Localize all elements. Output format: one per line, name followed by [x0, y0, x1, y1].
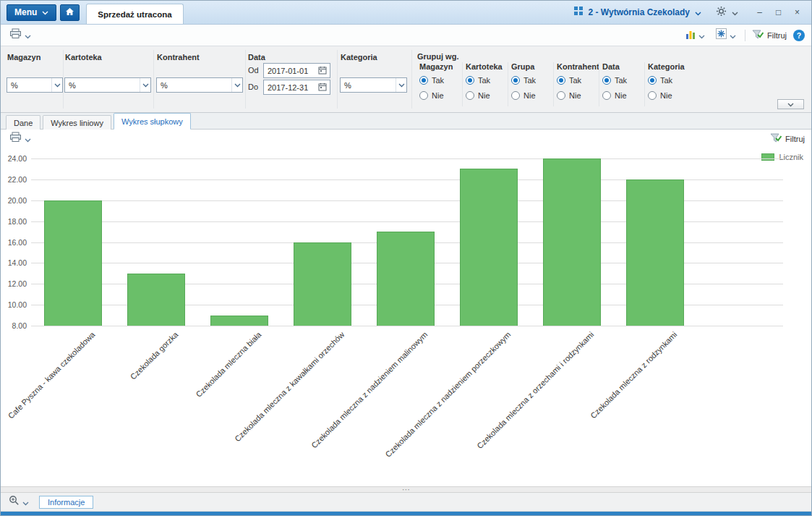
y-axis-tick-label: 16.00 — [1, 238, 27, 247]
kategoria-label: Kategoria — [341, 53, 377, 62]
kontrahent-select-value: % — [161, 81, 231, 90]
chevron-down-icon — [698, 29, 705, 42]
calendar-icon[interactable] — [318, 83, 327, 93]
bar — [127, 274, 185, 326]
gridline — [31, 326, 783, 326]
tab-wykres-liniowy[interactable]: Wykres liniowy — [43, 115, 111, 130]
radio-grupa-nie[interactable]: Nie — [511, 91, 553, 100]
date-to-label: Do — [248, 83, 258, 91]
radio-grupa-tak[interactable]: Tak — [511, 76, 553, 85]
chevron-down-icon — [51, 78, 62, 92]
filter-icon — [770, 133, 782, 145]
magazyn-label: Magazyn — [7, 53, 40, 62]
radio-label: Nie — [615, 91, 627, 100]
groupby-kartoteka-label: Kartoteka — [466, 62, 508, 71]
toolbar-divider — [745, 30, 745, 41]
radio-kategoria-tak[interactable]: Tak — [648, 76, 690, 85]
radio-magazyn-tak[interactable]: Tak — [419, 76, 462, 85]
chevron-down-icon — [42, 7, 48, 17]
radio-dot — [557, 91, 565, 100]
bar-chart: Licznik 24.0022.0020.0018.0016.0014.0012… — [1, 148, 811, 486]
chart-settings-button[interactable] — [714, 27, 738, 43]
chevron-down-icon[interactable] — [732, 6, 738, 19]
radio-label: Nie — [432, 91, 444, 100]
kategoria-select[interactable]: % — [340, 77, 407, 93]
status-strip — [1, 512, 811, 516]
date-to-input[interactable]: 2017-12-31 — [263, 80, 330, 95]
x-axis-category-label: Czekolada mleczna z rodzynkami — [509, 330, 679, 486]
radio-kategoria-nie[interactable]: Nie — [648, 91, 690, 100]
y-axis-tick-label: 10.00 — [1, 300, 27, 309]
y-axis-tick-label: 24.00 — [1, 154, 27, 163]
groupby-columns: MagazynTakNieKartotekaTakNieGrupaTakNieK… — [416, 62, 690, 106]
help-icon: ? — [797, 31, 801, 40]
radio-kontrahent-nie[interactable]: Nie — [557, 91, 599, 100]
kartoteka-select[interactable]: % — [64, 77, 151, 93]
main-tab-label: Sprzedaż utracona — [98, 10, 171, 19]
menu-button[interactable]: Menu — [7, 4, 56, 21]
radio-data-tak[interactable]: Tak — [602, 76, 644, 85]
radio-label: Tak — [660, 76, 672, 85]
chevron-down-icon — [25, 132, 31, 145]
magazyn-select[interactable]: % — [7, 77, 63, 93]
chart-legend: Licznik — [761, 153, 803, 161]
chart-filter-button[interactable]: Filtruj — [770, 133, 805, 145]
y-axis-tick-label: 14.00 — [1, 258, 27, 267]
chevron-down-icon — [787, 100, 794, 109]
y-axis-tick-label: 12.00 — [1, 279, 27, 288]
tab-informacje[interactable]: Informacje — [39, 496, 93, 509]
bottom-bar: Informacje — [1, 493, 811, 512]
bar — [44, 200, 102, 326]
filter-icon — [752, 30, 764, 41]
radio-label: Tak — [432, 76, 444, 85]
date-from-input[interactable]: 2017-01-01 — [263, 63, 330, 78]
groupby-grupa: GrupaTakNie — [508, 62, 553, 106]
tab-sprzedaz-utracona[interactable]: Sprzedaż utracona — [86, 4, 183, 24]
groupby-kategoria-label: Kategoria — [648, 62, 690, 71]
printer-icon — [9, 132, 22, 145]
filter-button[interactable]: Filtruj — [752, 30, 787, 41]
maximize-button[interactable]: □ — [772, 6, 785, 19]
radio-label: Tak — [523, 76, 536, 85]
company-selector-label[interactable]: 2 - Wytwórnia Czekolady — [589, 7, 690, 17]
collapse-filters-button[interactable] — [777, 99, 804, 109]
filter-panel: Magazyn % Kartoteka % Kontrahent % Data … — [1, 46, 811, 113]
splitter-handle[interactable]: ⋯ — [1, 486, 811, 493]
filter-divider — [153, 50, 154, 109]
groupby-kategoria: KategoriaTakNie — [644, 62, 690, 106]
legend-label: Licznik — [779, 153, 803, 161]
radio-dot — [511, 91, 520, 100]
kontrahent-select[interactable]: % — [156, 77, 243, 93]
radio-kartoteka-nie[interactable]: Nie — [466, 91, 508, 100]
chevron-down-icon — [140, 78, 150, 92]
main-toolbar: Filtruj ? — [1, 25, 811, 46]
data-label: Data — [248, 53, 265, 62]
help-button[interactable]: ? — [793, 30, 805, 41]
chart-print-button[interactable] — [7, 130, 33, 147]
chevron-down-icon[interactable] — [695, 6, 701, 19]
radio-dot — [648, 76, 657, 85]
grupuj-label: Grupuj wg. — [417, 52, 458, 61]
tab-dane[interactable]: Dane — [6, 115, 40, 130]
radio-magazyn-nie[interactable]: Nie — [419, 91, 462, 100]
radio-kartoteka-tak[interactable]: Tak — [466, 76, 508, 85]
print-button[interactable] — [7, 27, 33, 43]
chart-toolbar: Filtruj — [1, 130, 811, 148]
calendar-icon[interactable] — [318, 66, 327, 76]
kartoteka-select-value: % — [69, 81, 140, 90]
radio-dot — [602, 91, 611, 100]
gear-icon[interactable] — [716, 6, 727, 20]
radio-kontrahent-tak[interactable]: Tak — [557, 76, 599, 85]
tab-wykres-slupkowy[interactable]: Wykres słupkowy — [114, 113, 191, 130]
radio-label: Tak — [478, 76, 490, 85]
close-button[interactable]: × — [790, 6, 804, 19]
apps-grid-icon[interactable] — [573, 6, 584, 19]
minimize-button[interactable]: – — [753, 6, 766, 19]
home-button[interactable] — [60, 4, 80, 21]
zoom-button[interactable] — [7, 494, 31, 510]
radio-data-nie[interactable]: Nie — [602, 91, 644, 100]
chart-type-button[interactable] — [683, 28, 707, 43]
groupby-kontrahent-label: Kontrahent — [557, 62, 599, 71]
radio-dot — [511, 76, 520, 85]
chevron-down-icon — [730, 29, 736, 42]
